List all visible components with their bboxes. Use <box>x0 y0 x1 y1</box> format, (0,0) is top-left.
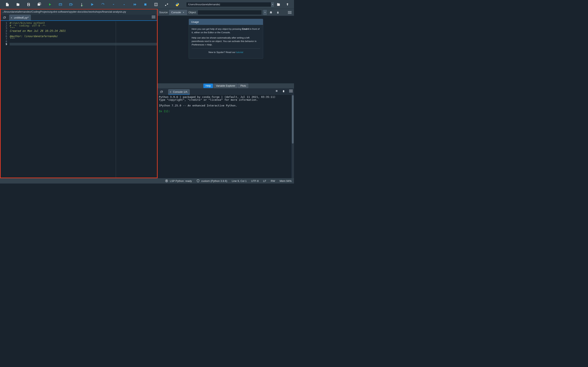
working-directory-input[interactable] <box>186 2 271 7</box>
tab-help[interactable]: Help <box>203 83 213 88</box>
help-card-body: Here you can get help of any object by p… <box>189 25 263 58</box>
status-env[interactable]: custom (Python 3.9.6) <box>196 179 227 183</box>
preferences-button[interactable] <box>161 0 172 9</box>
svg-rect-5 <box>3 17 5 18</box>
svg-point-19 <box>166 180 167 181</box>
svg-rect-12 <box>288 13 292 14</box>
svg-rect-6 <box>152 16 155 16</box>
source-label: Source <box>159 11 168 14</box>
help-pane-body: Usage Here you can get help of any objec… <box>158 16 294 83</box>
svg-rect-3 <box>144 3 146 6</box>
help-options-icon[interactable] <box>287 10 292 15</box>
console-output[interactable]: Python 3.9.6 | packaged by conda-forge |… <box>158 95 294 178</box>
status-eol[interactable]: LF <box>263 179 266 183</box>
status-mem: Mem 94% <box>279 179 292 183</box>
browse-console-tabs-icon[interactable] <box>158 89 164 95</box>
continue-button[interactable] <box>130 0 140 9</box>
home-icon[interactable] <box>268 10 274 15</box>
svg-rect-16 <box>289 91 293 91</box>
source-combo[interactable]: Console▼ <box>169 10 187 15</box>
editor-tab-label: untitled0.py* <box>14 16 29 19</box>
tab-plots[interactable]: Plots <box>238 83 248 88</box>
working-directory-dropdown[interactable] <box>271 2 274 7</box>
stop-console-icon[interactable] <box>275 90 278 93</box>
svg-rect-14 <box>276 90 277 92</box>
run-cell-advance-button[interactable] <box>66 0 76 9</box>
debug-button[interactable] <box>87 0 98 9</box>
main-toolbar <box>0 0 294 9</box>
line-number-gutter: 123 456 789 <box>1 21 9 178</box>
status-encoding[interactable]: UTF-8 <box>251 179 259 183</box>
console-pane: × Console 1/A Python 3.9.6 | packaged by… <box>158 89 294 178</box>
close-tab-icon[interactable]: × <box>11 16 12 19</box>
open-file-button[interactable] <box>13 0 23 9</box>
svg-rect-9 <box>277 12 279 13</box>
object-dropdown[interactable] <box>263 10 267 15</box>
help-card-title: Usage <box>189 19 263 25</box>
run-selection-button[interactable] <box>76 0 87 9</box>
svg-rect-0 <box>59 3 62 6</box>
editor-pane: ../linourdanetafernandez/CodingProjects/… <box>0 9 158 178</box>
console-tab[interactable]: × Console 1/A <box>168 89 190 95</box>
tab-variable-explorer[interactable]: Variable Explorer <box>214 83 237 88</box>
run-cell-button[interactable] <box>55 0 66 9</box>
svg-rect-8 <box>152 18 155 18</box>
help-toolbar: Source Console▼ Object <box>158 9 294 16</box>
browse-tabs-icon[interactable] <box>1 15 8 20</box>
svg-rect-1 <box>70 3 72 6</box>
status-lsp[interactable]: LSP Python: ready <box>165 179 192 183</box>
svg-rect-13 <box>160 91 162 93</box>
console-prompt: In [1]: <box>159 110 172 113</box>
lock-icon[interactable] <box>275 10 281 15</box>
svg-rect-11 <box>288 12 292 13</box>
code-editor[interactable]: 123 456 789 #!/usr/bin/env python3 # -*-… <box>1 21 157 178</box>
editor-filepath: ../linourdanetafernandez/CodingProjects/… <box>1 9 157 15</box>
console-options-icon[interactable] <box>289 90 293 93</box>
svg-rect-17 <box>289 92 293 92</box>
console-tab-label: Console 1/A <box>173 90 187 93</box>
step-over-button[interactable] <box>98 0 108 9</box>
clear-console-icon[interactable] <box>282 90 285 93</box>
svg-rect-7 <box>152 17 155 17</box>
right-pane: Source Console▼ Object Usage <box>158 9 294 178</box>
python-path-button[interactable] <box>172 0 182 9</box>
editor-tabstrip: × untitled0.py* <box>1 15 157 21</box>
console-tabstrip: × Console 1/A <box>158 89 294 95</box>
tutorial-link[interactable]: tutorial <box>236 51 243 53</box>
status-cursor: Line 9, Col 1 <box>232 179 247 183</box>
svg-rect-10 <box>288 11 292 12</box>
object-label: Object <box>189 11 196 14</box>
object-input[interactable] <box>198 10 262 15</box>
status-bar: LSP Python: ready custom (Python 3.9.6) … <box>0 178 294 184</box>
console-scrollbar[interactable] <box>292 95 294 178</box>
main-area: ../linourdanetafernandez/CodingProjects/… <box>0 9 294 178</box>
browse-directory-button[interactable] <box>274 0 283 9</box>
status-rw: RW <box>271 179 275 183</box>
editor-options-icon[interactable] <box>152 16 155 19</box>
parent-directory-button[interactable] <box>283 0 292 9</box>
code-content[interactable]: #!/usr/bin/env python3 # -*- coding: utf… <box>9 21 157 178</box>
help-tabs: Help Variable Explorer Plots <box>158 83 294 89</box>
stop-button[interactable] <box>140 0 151 9</box>
help-usage-card: Usage Here you can get help of any objec… <box>189 19 263 59</box>
save-button[interactable] <box>23 0 34 9</box>
close-console-tab-icon[interactable]: × <box>170 90 171 94</box>
working-directory <box>185 2 274 7</box>
step-into-button[interactable] <box>108 0 119 9</box>
run-button[interactable] <box>44 0 55 9</box>
editor-tab[interactable]: × untitled0.py* <box>9 15 31 20</box>
svg-rect-2 <box>91 3 91 6</box>
step-out-button[interactable] <box>119 0 130 9</box>
new-file-button[interactable] <box>2 0 13 9</box>
maximize-pane-button[interactable] <box>151 0 161 9</box>
svg-rect-15 <box>289 90 293 90</box>
save-all-button[interactable] <box>34 0 44 9</box>
